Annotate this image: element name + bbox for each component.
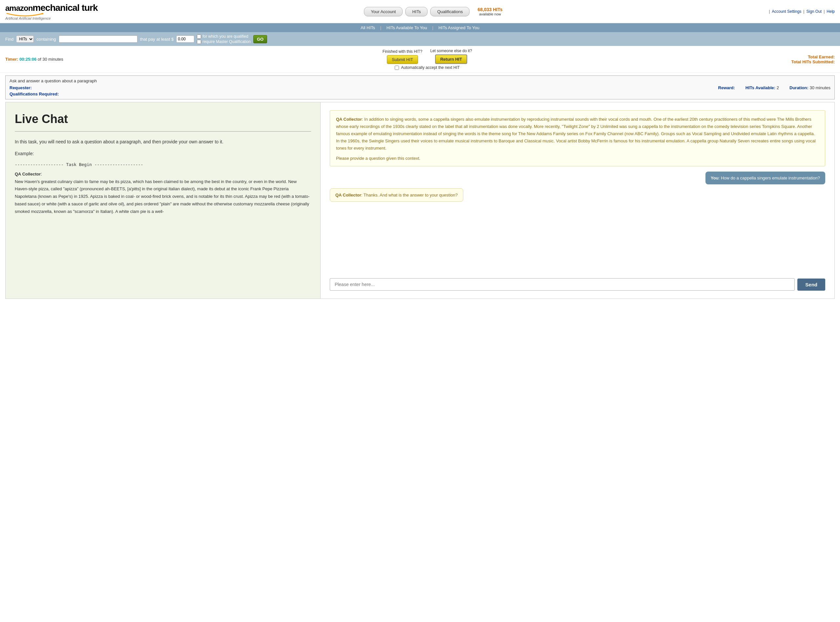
- duration-label: Duration:: [790, 85, 808, 90]
- auto-accept-checkbox[interactable]: [395, 66, 399, 70]
- total-earned-area: Total Earned: Total HITs Submitted:: [791, 55, 835, 64]
- hit-meta-right: Reward: HITs Available: 2 Duration: 30 m…: [718, 85, 831, 90]
- logo-mturk-text: mechanical turk: [32, 3, 98, 13]
- logo-line1: amazonmechanical turk: [5, 3, 98, 13]
- submit-hit-button[interactable]: Submit HIT: [387, 55, 418, 64]
- smile-icon: [5, 12, 45, 17]
- timer-value: 00:25:06: [19, 57, 37, 62]
- account-settings-link[interactable]: Account Settings: [772, 9, 801, 14]
- you-bubble: You: How do a cappella singers emulate i…: [706, 172, 825, 184]
- chat-input[interactable]: [330, 278, 795, 291]
- left-panel: Live Chat In this task, you will need to…: [6, 102, 320, 299]
- search-input[interactable]: [59, 35, 137, 43]
- qualified-checkbox-row: for which you are qualified: [197, 34, 251, 39]
- timer-bar: Timer: 00:25:06 of 30 minutes Finished w…: [0, 46, 840, 73]
- qa-reply-colon: :: [361, 192, 364, 198]
- timer-text: Timer: 00:25:06 of 30 minutes: [5, 57, 63, 62]
- context-text: In addition to singing words, some a cap…: [336, 117, 816, 151]
- right-panel: QA Collector: In addition to singing wor…: [320, 102, 834, 299]
- you-text: How do a cappella singers emulate instru…: [721, 175, 820, 180]
- reward-label: Reward:: [718, 85, 735, 90]
- you-label: You: [711, 175, 719, 180]
- you-colon: :: [719, 175, 721, 180]
- let-label: Let someone else do it?: [430, 49, 472, 53]
- pipe-sep: |: [769, 9, 770, 14]
- action-buttons-row: Finished with this HIT? Submit HIT Let s…: [383, 49, 472, 64]
- search-bar: Find HITs containing that pay at least $…: [0, 32, 840, 46]
- send-button[interactable]: Send: [797, 279, 825, 291]
- context-qa-label: QA Collector: [336, 117, 362, 122]
- qa-collector-example: QA Collector: New Haven's greatest culin…: [15, 170, 311, 215]
- qualified-label: for which you are qualified: [203, 34, 248, 39]
- hits-assigned-link[interactable]: HITs Assigned To You: [434, 25, 483, 30]
- checkboxes-area: for which you are qualified require Mast…: [197, 34, 251, 44]
- hit-title: Ask and answer a question about a paragr…: [9, 78, 831, 83]
- pipe-sep3: |: [823, 9, 825, 14]
- requester-row: Requester:: [9, 85, 713, 90]
- hits-available-label: available now: [477, 12, 502, 16]
- pay-label: that pay at least $: [140, 37, 174, 42]
- sign-out-link[interactable]: Sign Out: [806, 9, 822, 14]
- hits-available-stat: HITs Available: 2: [745, 85, 779, 90]
- hits-available-link[interactable]: HITs Available To You: [383, 25, 431, 30]
- return-area: Let someone else do it? Return HIT: [430, 49, 472, 64]
- all-hits-link[interactable]: All HITs: [357, 25, 379, 30]
- qualified-checkbox[interactable]: [197, 34, 201, 39]
- pay-input[interactable]: [176, 35, 194, 43]
- qa-collector-text: New Haven's greatest culinary claim to f…: [15, 179, 310, 214]
- hits-available-count: 68,033 HITs: [477, 7, 502, 12]
- master-checkbox[interactable]: [197, 40, 201, 44]
- duration-area: Duration: 30 minutes: [790, 85, 831, 90]
- page-header: amazonmechanical turk Artificial Artific…: [0, 0, 840, 23]
- qa-colon: :: [41, 171, 42, 177]
- find-select[interactable]: HITs: [16, 35, 34, 43]
- containing-label: containing: [37, 37, 56, 42]
- master-checkbox-row: require Master Qualification: [197, 40, 251, 44]
- total-earned-label: Total Earned:: [791, 55, 835, 59]
- qual-label: Qualifications Required:: [9, 91, 59, 96]
- hit-actions: Finished with this HIT? Submit HIT Let s…: [383, 49, 472, 70]
- amazon-logo: amazonmechanical turk Artificial Artific…: [5, 3, 98, 20]
- auto-accept-label: Automatically accept the next HIT: [401, 65, 460, 70]
- hits-avail-value: 2: [777, 85, 779, 90]
- hit-info-panel: Ask and answer a question about a paragr…: [5, 75, 835, 99]
- help-link[interactable]: Help: [826, 9, 835, 14]
- qual-row: Qualifications Required:: [9, 91, 713, 96]
- reward-area: Reward:: [718, 85, 735, 90]
- qualifications-tab[interactable]: Qualifications: [430, 7, 470, 17]
- go-button[interactable]: GO: [253, 35, 267, 43]
- qa-reply-bubble: QA Collector: Thanks. And what is the an…: [330, 188, 463, 202]
- submit-area: Finished with this HIT? Submit HIT: [383, 49, 422, 64]
- hits-available-area: 68,033 HITs available now: [477, 7, 502, 16]
- timer-label: Timer:: [5, 57, 18, 62]
- main-content: Live Chat In this task, you will need to…: [5, 102, 835, 299]
- sub-nav: All HITs | HITs Available To You | HITs …: [0, 23, 840, 32]
- auto-accept-area: Automatically accept the next HIT: [395, 65, 460, 70]
- logo-area: amazonmechanical turk Artificial Artific…: [5, 3, 98, 20]
- find-label: Find: [5, 37, 14, 42]
- chat-area: You: How do a cappella singers emulate i…: [330, 172, 825, 202]
- logo-subtitle: Artificial Artificial Intelligence: [5, 17, 98, 20]
- your-account-tab[interactable]: Your Account: [364, 7, 402, 17]
- nav-area: Your Account HITs Qualifications 68,033 …: [364, 7, 502, 17]
- input-area: Send: [330, 276, 825, 291]
- return-hit-button[interactable]: Return HIT: [435, 55, 467, 64]
- hits-tab[interactable]: HITs: [405, 7, 428, 17]
- top-right-links: | Account Settings | Sign Out | Help: [769, 9, 835, 14]
- task-begin: ------------------- Task Begin ---------…: [15, 162, 311, 167]
- finished-label: Finished with this HIT?: [383, 49, 422, 54]
- context-box: QA Collector: In addition to singing wor…: [330, 110, 825, 166]
- intro-text: In this task, you will need to ask a que…: [15, 138, 311, 145]
- qa-reply-label: QA Collector: [335, 192, 361, 198]
- question-prompt: Please provide a question given this con…: [336, 156, 819, 161]
- timer-of: of 30 minutes: [38, 57, 63, 62]
- sep1: |: [380, 25, 381, 30]
- hits-avail-label: HITs Available:: [745, 85, 775, 90]
- left-panel-title: Live Chat: [15, 112, 311, 126]
- qa-collector-label: QA Collector: [15, 172, 41, 177]
- example-label: Example:: [15, 150, 311, 157]
- hit-meta-left: Requester: Qualifications Required:: [9, 85, 713, 96]
- context-paragraph: QA Collector: In addition to singing wor…: [336, 116, 819, 152]
- sep2: |: [432, 25, 433, 30]
- qa-reply-text: Thanks. And what is the answer to your q…: [364, 192, 458, 198]
